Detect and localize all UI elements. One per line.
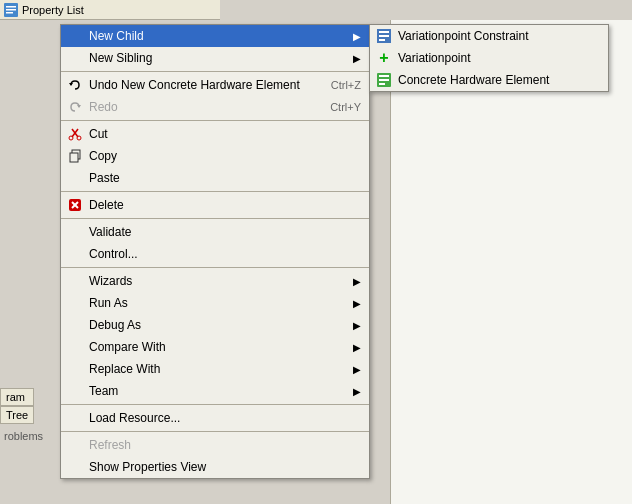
submenu-item-variationpoint[interactable]: + Variationpoint <box>370 47 608 69</box>
run-as-arrow: ▶ <box>353 298 361 309</box>
debug-as-arrow: ▶ <box>353 320 361 331</box>
svg-rect-5 <box>379 31 389 33</box>
svg-marker-12 <box>69 83 73 86</box>
wizards-label: Wizards <box>89 274 345 288</box>
separator-3 <box>61 191 369 192</box>
svg-rect-7 <box>379 39 385 41</box>
menu-item-delete[interactable]: Delete <box>61 194 369 216</box>
debug-as-label: Debug As <box>89 318 345 332</box>
svg-rect-11 <box>379 83 385 85</box>
validate-label: Validate <box>89 225 361 239</box>
team-label: Team <box>89 384 345 398</box>
svg-rect-2 <box>6 9 16 11</box>
vp-constraint-icon <box>376 28 392 44</box>
separator-1 <box>61 71 369 72</box>
menu-item-load-resource[interactable]: Load Resource... <box>61 407 369 429</box>
submenu-item-concrete-hardware[interactable]: Concrete Hardware Element <box>370 69 608 91</box>
menu-item-undo[interactable]: Undo New Concrete Hardware Element Ctrl+… <box>61 74 369 96</box>
compare-with-label: Compare With <box>89 340 345 354</box>
separator-6 <box>61 404 369 405</box>
menu-item-redo[interactable]: Redo Ctrl+Y <box>61 96 369 118</box>
new-sibling-label: New Sibling <box>89 51 345 65</box>
svg-rect-10 <box>379 79 389 81</box>
diagram-tab[interactable]: ram <box>0 388 34 406</box>
problems-tab[interactable]: roblems <box>0 428 47 444</box>
right-panel <box>390 20 632 504</box>
redo-icon <box>67 99 83 115</box>
menu-item-compare-with[interactable]: Compare With ▶ <box>61 336 369 358</box>
replace-with-arrow: ▶ <box>353 364 361 375</box>
svg-rect-6 <box>379 35 389 37</box>
undo-shortcut: Ctrl+Z <box>331 79 361 91</box>
svg-rect-9 <box>379 75 389 77</box>
cut-icon <box>67 126 83 142</box>
team-arrow: ▶ <box>353 386 361 397</box>
svg-point-17 <box>77 136 81 140</box>
tree-tab[interactable]: Tree <box>0 406 34 424</box>
context-menu: New Child ▶ Variationpoint Constraint <box>60 24 370 479</box>
svg-rect-1 <box>6 6 16 8</box>
new-child-label: New Child <box>89 29 345 43</box>
separator-4 <box>61 218 369 219</box>
cut-label: Cut <box>89 127 361 141</box>
svg-marker-13 <box>77 105 81 108</box>
menu-item-paste[interactable]: Paste <box>61 167 369 189</box>
svg-rect-3 <box>6 12 13 14</box>
title-bar: Property List <box>0 0 220 20</box>
load-resource-label: Load Resource... <box>89 411 361 425</box>
separator-7 <box>61 431 369 432</box>
compare-with-arrow: ▶ <box>353 342 361 353</box>
menu-item-copy[interactable]: Copy <box>61 145 369 167</box>
undo-label: Undo New Concrete Hardware Element <box>89 78 311 92</box>
new-sibling-arrow: ▶ <box>353 53 361 64</box>
menu-item-refresh[interactable]: Refresh <box>61 434 369 456</box>
svg-rect-19 <box>70 153 78 162</box>
submenu-item-vp-constraint[interactable]: Variationpoint Constraint <box>370 25 608 47</box>
menu-item-run-as[interactable]: Run As ▶ <box>61 292 369 314</box>
vp-constraint-label: Variationpoint Constraint <box>398 29 529 43</box>
control-label: Control... <box>89 247 361 261</box>
wizards-arrow: ▶ <box>353 276 361 287</box>
variationpoint-icon: + <box>376 50 392 66</box>
copy-label: Copy <box>89 149 361 163</box>
delete-label: Delete <box>89 198 361 212</box>
separator-2 <box>61 120 369 121</box>
redo-shortcut: Ctrl+Y <box>330 101 361 113</box>
menu-item-debug-as[interactable]: Debug As ▶ <box>61 314 369 336</box>
delete-icon <box>67 197 83 213</box>
run-as-label: Run As <box>89 296 345 310</box>
variationpoint-label: Variationpoint <box>398 51 471 65</box>
undo-icon <box>67 77 83 93</box>
copy-icon <box>67 148 83 164</box>
menu-item-new-sibling[interactable]: New Sibling ▶ <box>61 47 369 69</box>
menu-item-show-properties[interactable]: Show Properties View <box>61 456 369 478</box>
side-tabs: ram Tree <box>0 388 34 424</box>
title-bar-label: Property List <box>22 4 84 16</box>
concrete-hardware-label: Concrete Hardware Element <box>398 73 549 87</box>
refresh-label: Refresh <box>89 438 361 452</box>
menu-item-control[interactable]: Control... <box>61 243 369 265</box>
redo-label: Redo <box>89 100 310 114</box>
concrete-hardware-icon <box>376 72 392 88</box>
menu-item-replace-with[interactable]: Replace With ▶ <box>61 358 369 380</box>
menu-item-cut[interactable]: Cut <box>61 123 369 145</box>
menu-item-validate[interactable]: Validate <box>61 221 369 243</box>
svg-point-16 <box>69 136 73 140</box>
separator-5 <box>61 267 369 268</box>
property-list-icon <box>4 3 18 17</box>
paste-label: Paste <box>89 171 361 185</box>
menu-item-team[interactable]: Team ▶ <box>61 380 369 402</box>
replace-with-label: Replace With <box>89 362 345 376</box>
new-child-arrow: ▶ <box>353 31 361 42</box>
show-properties-label: Show Properties View <box>89 460 361 474</box>
submenu: Variationpoint Constraint + Variationpoi… <box>369 24 609 92</box>
menu-item-wizards[interactable]: Wizards ▶ <box>61 270 369 292</box>
menu-item-new-child[interactable]: New Child ▶ Variationpoint Constraint <box>61 25 369 47</box>
